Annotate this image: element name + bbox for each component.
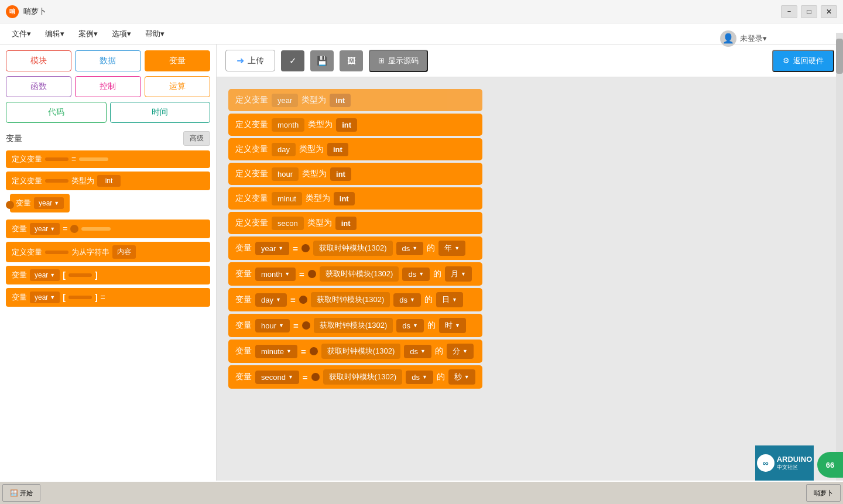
taskbar-start[interactable]: 🪟 开始 — [2, 484, 40, 502]
ds-dropdown-second[interactable]: ds ▼ — [406, 371, 433, 384]
block-val-input[interactable] — [79, 157, 108, 161]
canvas-block-assign-day[interactable]: 变量 day ▼ = 获取时钟模块(1302) ds ▼ 的 日 ▼ — [228, 288, 482, 311]
ds-dropdown-hour[interactable]: ds ▼ — [396, 319, 424, 332]
block-var-year-assign[interactable]: 变量 year ▼ = — [6, 220, 210, 238]
canvas-block-def-day[interactable]: 定义变量 day 类型为 int — [228, 138, 482, 160]
vertical-scrollbar[interactable] — [836, 44, 843, 504]
content-area: ➜ 上传 ✓ 💾 🖼 ⊞ 显示源码 ⚙ 返回硬件 定义变量 year — [217, 44, 843, 504]
year-array-dropdown[interactable]: year ▼ — [30, 269, 60, 281]
main-layout: 模块 数据 变量 函数 控制 运算 代码 时间 变量 高级 定义变量 = — [0, 44, 843, 504]
sidebar-item-modules[interactable]: 模块 — [6, 50, 71, 71]
block-type-val[interactable]: int — [97, 175, 121, 187]
block-define-from-str[interactable]: 定义变量 为从字符串 内容 — [6, 242, 210, 262]
left-connector — [6, 201, 14, 209]
field-dropdown-year[interactable]: 年 ▼ — [438, 241, 465, 256]
year-connector — [301, 244, 310, 252]
canvas-block-def-month[interactable]: 定义变量 month 类型为 int — [228, 114, 482, 136]
canvas-block-assign-minute[interactable]: 变量 minute ▼ = 获取时钟模块(1302) ds ▼ 的 分 ▼ — [228, 340, 482, 363]
field-dropdown-second[interactable]: 秒 ▼ — [448, 369, 475, 385]
menu-help[interactable]: 帮助▾ — [139, 26, 170, 42]
array-assign-idx[interactable] — [68, 296, 92, 299]
taskbar-app[interactable]: 哨萝卜 — [806, 484, 841, 502]
menu-file[interactable]: 文件▾ — [6, 26, 37, 42]
variables-label: 变量 — [6, 133, 22, 144]
field-dropdown-day[interactable]: 日 ▼ — [436, 292, 463, 307]
block-define-type[interactable]: 定义变量 类型为 int — [6, 172, 210, 190]
titlebar: 哨 哨萝卜 － □ ✕ — [0, 0, 843, 23]
sidebar-item-code[interactable]: 代码 — [6, 102, 107, 123]
source-button[interactable]: ⊞ 显示源码 — [369, 50, 428, 72]
block-type-var-input[interactable] — [45, 179, 68, 183]
canvas-block-assign-second[interactable]: 变量 second ▼ = 获取时钟模块(1302) ds ▼ 的 秒 ▼ — [228, 365, 482, 389]
ds-dropdown-minute[interactable]: ds ▼ — [404, 345, 431, 358]
sidebar-item-control[interactable]: 控制 — [75, 76, 140, 97]
menu-examples[interactable]: 案例▾ — [73, 26, 104, 42]
user-login-label[interactable]: 未登录▾ — [740, 33, 767, 44]
user-area[interactable]: 👤 未登录▾ — [720, 30, 767, 47]
assign-hour-dropdown[interactable]: hour ▼ — [255, 319, 290, 332]
canvas-block-assign-month[interactable]: 变量 month ▼ = 获取时钟模块(1302) ds ▼ 的 月 ▼ — [228, 262, 482, 286]
block-define-assign[interactable]: 定义变量 = — [6, 150, 210, 168]
field-dropdown-hour[interactable]: 时 ▼ — [439, 318, 466, 333]
str-var-input[interactable] — [45, 251, 68, 254]
menu-edit[interactable]: 编辑▾ — [39, 26, 70, 42]
assign-second-dropdown[interactable]: second ▼ — [255, 371, 299, 384]
sidebar-item-functions[interactable]: 函数 — [6, 76, 71, 97]
canvas-area[interactable]: 定义变量 year 类型为 int 定义变量 month 类型为 int 定义变… — [217, 77, 843, 504]
assign-day-dropdown[interactable]: day ▼ — [255, 293, 287, 307]
ds-dropdown-year[interactable]: ds ▼ — [396, 242, 424, 255]
maximize-button[interactable]: □ — [801, 5, 817, 18]
day-connector — [299, 296, 307, 304]
block-var-array[interactable]: 变量 year ▼ [ ] — [6, 266, 210, 284]
close-button[interactable]: ✕ — [821, 5, 837, 18]
array-idx-input[interactable] — [68, 273, 92, 277]
minimize-button[interactable]: － — [781, 5, 797, 18]
var-name-day: day — [272, 143, 296, 156]
field-dropdown-minute[interactable]: 分 ▼ — [447, 344, 474, 359]
sidebar-item-data[interactable]: 数据 — [75, 50, 140, 71]
year-array-assign-dropdown[interactable]: year ▼ — [30, 292, 60, 303]
block-var-input[interactable] — [45, 157, 68, 161]
check-button[interactable]: ✓ — [281, 50, 304, 71]
category-row-2: 函数 控制 运算 — [6, 76, 210, 97]
var-name-secon: secon — [272, 217, 304, 230]
block-var-array-assign[interactable]: 变量 year ▼ [ ] = — [6, 288, 210, 307]
save-button[interactable]: 💾 — [310, 50, 334, 71]
assign-month-dropdown[interactable]: month ▼ — [255, 268, 296, 281]
ds-dropdown-month[interactable]: ds ▼ — [402, 268, 430, 281]
field-dropdown-month[interactable]: 月 ▼ — [445, 266, 472, 282]
canvas-block-def-minut[interactable]: 定义变量 minut 类型为 int — [228, 187, 482, 210]
month-connector — [308, 270, 316, 278]
return-label: 返回硬件 — [793, 56, 824, 66]
upload-button[interactable]: ➜ 上传 — [225, 50, 275, 71]
canvas-block-scrolled[interactable]: 定义变量 year 类型为 int — [228, 89, 482, 111]
assign-val[interactable] — [81, 227, 111, 231]
canvas-block-assign-year[interactable]: 变量 year ▼ = 获取时钟模块(1302) ds ▼ 的 年 ▼ — [228, 236, 482, 260]
window-controls: － □ ✕ — [781, 5, 837, 18]
upload-arrow-icon: ➜ — [237, 55, 244, 66]
canvas-block-def-secon[interactable]: 定义变量 secon 类型为 int — [228, 212, 482, 234]
hour-connector — [302, 321, 310, 330]
ds-dropdown-day[interactable]: ds ▼ — [393, 293, 421, 307]
assign-minute-dropdown[interactable]: minute ▼ — [255, 345, 297, 358]
sidebar-item-variable[interactable]: 变量 — [145, 50, 210, 71]
sidebar-item-operations[interactable]: 运算 — [145, 76, 210, 97]
sidebar-item-time[interactable]: 时间 — [110, 102, 211, 123]
image-button[interactable]: 🖼 — [340, 50, 363, 71]
source-label: 显示源码 — [388, 56, 419, 66]
menu-options[interactable]: 选项▾ — [106, 26, 137, 42]
year-assign-dropdown[interactable]: year ▼ — [30, 223, 60, 235]
toolbar: ➜ 上传 ✓ 💾 🖼 ⊞ 显示源码 ⚙ 返回硬件 — [217, 44, 843, 77]
scrollbar-thumb-v[interactable] — [836, 44, 843, 74]
assign-year-dropdown[interactable]: year ▼ — [255, 242, 289, 255]
advanced-button[interactable]: 高级 — [183, 131, 210, 146]
type-day: int — [327, 143, 348, 156]
canvas-block-assign-hour[interactable]: 变量 hour ▼ = 获取时钟模块(1302) ds ▼ 的 时 ▼ — [228, 314, 482, 337]
canvas-block-def-hour[interactable]: 定义变量 hour 类型为 int — [228, 163, 482, 185]
block-var-year[interactable]: 变量 year ▼ — [10, 194, 70, 212]
year-dropdown[interactable]: year ▼ — [34, 197, 64, 209]
corner-badge[interactable]: 66 — [817, 452, 843, 478]
var-name-hour: hour — [272, 167, 299, 181]
content-label[interactable]: 内容 — [112, 245, 136, 259]
return-hardware-button[interactable]: ⚙ 返回硬件 — [772, 50, 834, 72]
